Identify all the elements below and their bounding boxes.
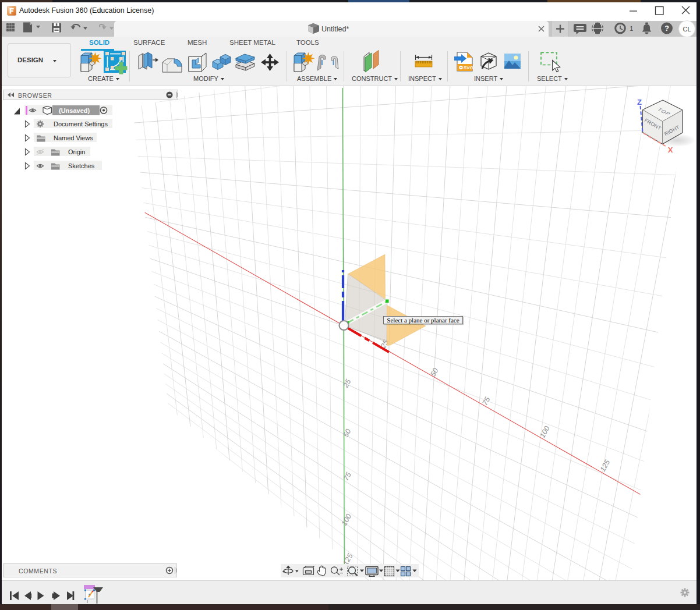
svg-text:50: 50 — [342, 428, 353, 439]
svg-text:SVG: SVG — [464, 65, 473, 70]
svg-text:75: 75 — [481, 396, 492, 407]
svg-text:Z: Z — [637, 98, 642, 107]
svg-text:50: 50 — [429, 367, 440, 378]
svg-text:X: X — [668, 146, 673, 154]
svg-text:100: 100 — [340, 513, 353, 527]
svg-text:125: 125 — [599, 459, 611, 473]
svg-text:100: 100 — [538, 425, 551, 439]
svg-text:1: 1 — [630, 25, 633, 32]
svg-text:25: 25 — [341, 378, 352, 389]
svg-text:?: ? — [664, 24, 669, 33]
